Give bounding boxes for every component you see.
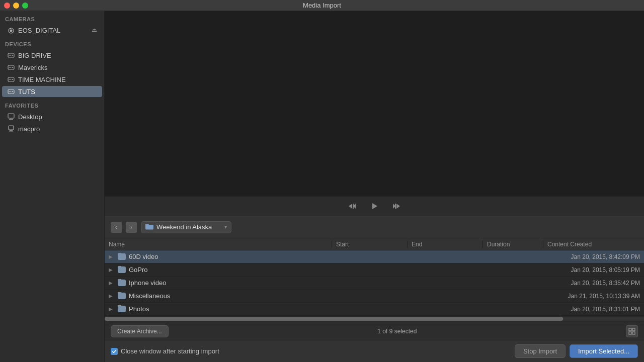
content-area: ‹ › Weekend in Alaska ▾ Name Start End D… — [105, 11, 644, 362]
svg-point-13 — [12, 91, 13, 92]
column-start: Start — [332, 241, 408, 248]
date-cell: Jan 21, 2015, 10:13:39 AM — [543, 293, 644, 300]
sidebar-item-mavericks[interactable]: Mavericks — [2, 62, 102, 73]
svg-rect-31 — [629, 332, 631, 334]
selection-status: 1 of 9 selected — [169, 328, 626, 335]
hdd-icon-2 — [7, 63, 15, 71]
svg-point-7 — [12, 67, 13, 68]
sidebar-item-eos-digital-label: EOS_DIGITAL — [18, 27, 60, 34]
file-name: Miscellaneous — [129, 292, 170, 300]
file-name: Iphone video — [129, 279, 166, 287]
close-window-checkbox[interactable] — [111, 348, 118, 355]
svg-rect-29 — [629, 328, 631, 331]
action-buttons: Stop Import Import Selected... — [515, 344, 638, 358]
sidebar-item-mavericks-label: Mavericks — [18, 64, 48, 71]
svg-marker-26 — [396, 204, 400, 209]
svg-marker-25 — [372, 203, 377, 209]
skip-back-button[interactable] — [346, 200, 358, 212]
maximize-button[interactable] — [22, 3, 28, 9]
desktop-icon — [7, 113, 15, 121]
eject-button[interactable]: ⏏ — [92, 27, 97, 34]
column-name: Name — [105, 241, 332, 248]
sidebar-item-tuts-label: TUTS — [18, 88, 35, 96]
table-row[interactable]: ▶ Photos Jan 20, 2015, 8:31:01 PM — [105, 303, 644, 316]
folder-icon — [118, 266, 126, 273]
table-row[interactable]: ▶ Iphone video Jan 20, 2015, 8:35:42 PM — [105, 277, 644, 290]
folder-icon — [118, 280, 126, 286]
hdd-icon — [7, 51, 15, 59]
minimize-button[interactable] — [13, 3, 19, 9]
expand-arrow-icon[interactable]: ▶ — [109, 280, 115, 286]
cameras-section-label: CAMERAS — [0, 11, 104, 24]
folder-bar: ‹ › Weekend in Alaska ▾ — [105, 216, 644, 238]
table-row[interactable]: ▶ 60D video Jan 20, 2015, 8:42:09 PM — [105, 250, 644, 263]
sidebar-item-eos-digital[interactable]: EOS_DIGITAL ⏏ — [2, 25, 102, 36]
import-selected-button[interactable]: Import Selected... — [570, 344, 638, 358]
sidebar-item-time-machine-label: TIME MACHINE — [18, 76, 66, 83]
close-button[interactable] — [4, 3, 10, 9]
file-name-cell: ▶ Miscellaneous — [105, 292, 332, 300]
title-bar: Media Import — [0, 0, 644, 11]
close-window-checkbox-area: Close window after starting import — [111, 347, 219, 355]
nav-forward-button[interactable]: › — [126, 222, 137, 233]
scrollbar-track — [105, 317, 644, 321]
skip-forward-button[interactable] — [390, 200, 403, 212]
svg-rect-32 — [632, 332, 635, 334]
column-content-created: Content Created — [543, 241, 644, 248]
sidebar-item-desktop[interactable]: Desktop — [2, 111, 102, 122]
svg-point-4 — [12, 55, 13, 56]
date-cell: Jan 20, 2015, 8:35:42 PM — [543, 280, 644, 287]
favorites-section-label: FAVORITES — [0, 98, 104, 111]
stop-import-button[interactable]: Stop Import — [515, 344, 566, 358]
expand-arrow-icon[interactable]: ▶ — [109, 306, 115, 312]
sidebar-item-time-machine[interactable]: TIME MACHINE — [2, 74, 102, 85]
preview-area — [105, 11, 644, 196]
sidebar-item-macpro[interactable]: macpro — [2, 123, 102, 134]
horizontal-scrollbar[interactable] — [105, 316, 644, 322]
chevron-down-icon: ▾ — [224, 224, 227, 230]
svg-point-1 — [10, 30, 13, 32]
table-row[interactable]: ▶ Miscellaneous Jan 21, 2015, 10:13:39 A… — [105, 290, 644, 303]
close-window-label: Close window after starting import — [121, 347, 219, 355]
sidebar: CAMERAS EOS_DIGITAL ⏏ DEVICES — [0, 11, 105, 362]
folder-icon — [118, 253, 126, 260]
file-name-cell: ▶ Iphone video — [105, 279, 332, 287]
svg-marker-22 — [349, 204, 352, 209]
window-controls[interactable] — [4, 3, 28, 9]
playback-controls — [105, 196, 644, 216]
date-cell: Jan 20, 2015, 8:42:09 PM — [543, 253, 644, 260]
folder-icon-small — [145, 223, 153, 231]
sidebar-item-big-drive-label: BIG DRIVE — [18, 52, 51, 59]
sidebar-item-desktop-label: Desktop — [18, 113, 42, 121]
bottom-bar: Close window after starting import Stop … — [105, 340, 644, 362]
play-button[interactable] — [368, 200, 380, 212]
file-table: Name Start End Duration Content Created … — [105, 238, 644, 316]
hdd-icon-4 — [7, 87, 15, 96]
scrollbar-thumb[interactable] — [105, 317, 563, 321]
nav-back-button[interactable]: ‹ — [111, 222, 122, 233]
expand-arrow-icon[interactable]: ▶ — [109, 293, 115, 299]
svg-rect-21 — [9, 131, 13, 132]
svg-rect-20 — [10, 130, 13, 131]
file-name: 60D video — [129, 253, 158, 260]
svg-rect-19 — [9, 126, 14, 130]
sidebar-item-big-drive[interactable]: BIG DRIVE — [2, 50, 102, 61]
folder-icon — [118, 306, 126, 312]
file-name-cell: ▶ 60D video — [105, 253, 332, 260]
expand-arrow-icon[interactable]: ▶ — [109, 254, 115, 259]
folder-selector[interactable]: Weekend in Alaska ▾ — [141, 221, 231, 233]
file-name: Photos — [129, 305, 149, 313]
expand-arrow-icon[interactable]: ▶ — [109, 267, 115, 273]
file-name-cell: ▶ GoPro — [105, 266, 332, 274]
view-toggle-button[interactable] — [626, 325, 638, 337]
create-archive-button[interactable]: Create Archive... — [111, 325, 169, 337]
svg-rect-30 — [632, 328, 635, 331]
sidebar-item-macpro-label: macpro — [18, 125, 40, 133]
date-cell: Jan 20, 2015, 8:05:19 PM — [543, 266, 644, 274]
sidebar-item-tuts[interactable]: TUTS — [2, 86, 102, 97]
svg-point-10 — [12, 79, 13, 80]
file-name-cell: ▶ Photos — [105, 305, 332, 313]
table-row[interactable]: ▶ GoPro Jan 20, 2015, 8:05:19 PM — [105, 263, 644, 277]
hdd-icon-3 — [7, 75, 15, 83]
camera-icon — [7, 26, 15, 34]
